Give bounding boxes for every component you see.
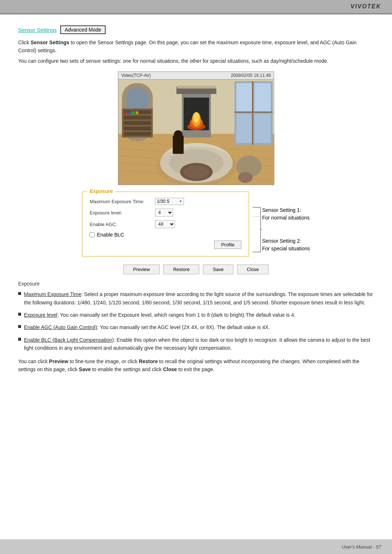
footer-text: User's Manual - 57 (342, 544, 381, 550)
title-row: Sensor Settings Advanced Mode (18, 25, 374, 34)
enable-blc-row[interactable]: Enable BLC (90, 232, 241, 238)
bullet-square-4 (18, 338, 21, 341)
action-buttons: Preview Restore Save Close (18, 264, 374, 274)
closing-paragraph: You can click Preview to fine-tune the i… (18, 357, 374, 374)
exposure-legend: Exposure (87, 188, 115, 194)
bullet-item-1: Maximum Exposure Time: Select a proper m… (18, 290, 374, 307)
svg-point-43 (174, 130, 183, 139)
sensor-label-1-line1: Sensor Setting 1: (262, 206, 310, 214)
exposure-level-select[interactable]: 4 1 2 3 5 6 7 8 (155, 209, 173, 217)
bracket-svg (251, 204, 262, 255)
bullet-square-2 (18, 313, 21, 316)
exposure-section-title: Exposure (18, 281, 374, 287)
svg-rect-21 (236, 83, 253, 112)
bullet-text-2: Exposure level: You can manually set the… (24, 311, 295, 319)
sensor-label-2-line1: Sensor Setting 2: (262, 237, 310, 245)
settings-section: Exposure Maximum Exposure Time: 1/30 S 1… (60, 192, 332, 257)
exposure-panel: Exposure Maximum Exposure Time: 1/30 S 1… (82, 192, 249, 257)
exposure-level-row: Exposure level: 4 1 2 3 5 6 7 8 (90, 209, 241, 217)
enable-agc-label: Enable AGC: (90, 222, 155, 227)
svg-rect-16 (125, 111, 128, 114)
exposure-level-label: Exposure level: (90, 210, 155, 216)
sensor-label-1-line2: For normal situations (262, 214, 310, 222)
svg-point-39 (156, 147, 236, 185)
svg-point-33 (193, 112, 199, 123)
camera-source-label: Video(TCP-AV) (121, 73, 151, 78)
svg-rect-18 (131, 111, 135, 114)
sensor-label-area (251, 193, 262, 255)
bullet-text-4: Enable BLC (Back Light Compensation): En… (24, 336, 374, 352)
svg-rect-24 (254, 114, 271, 143)
bullet-square-3 (18, 325, 21, 328)
feature-bullet-list: Maximum Exposure Time: Select a proper m… (18, 290, 374, 352)
svg-rect-23 (236, 114, 253, 143)
svg-rect-17 (128, 111, 131, 114)
sensor-labels: Sensor Setting 1: For normal situations … (262, 193, 310, 255)
camera-timestamp: 2009/02/05 16:11:49 (231, 73, 271, 78)
svg-rect-13 (124, 121, 151, 125)
max-exposure-select-wrapper[interactable]: 1/30 S 1/15 S 1/5 S 1/60 S 1/120 S 1/240… (155, 198, 184, 205)
sensor-label-2: Sensor Setting 2: For special situations (262, 237, 310, 253)
enable-agc-row: Enable AGC: 4X 2X 8X (90, 220, 241, 228)
bullet-term-1: Maximum Exposure Time (24, 291, 81, 297)
agc-select-wrapper[interactable]: 4X 2X 8X (155, 220, 175, 228)
enable-blc-checkbox[interactable] (90, 232, 95, 237)
bullet-term-3: Enable AGC (Auto Gain Control) (24, 324, 97, 330)
bullet-term-4: Enable BLC (Back Light Compensation) (24, 337, 114, 343)
main-content: Sensor Settings Advanced Mode Click Sens… (0, 15, 392, 390)
bullet-item-4: Enable BLC (Back Light Compensation): En… (18, 336, 374, 352)
bullet-item-2: Exposure level: You can manually set the… (18, 311, 374, 319)
intro-paragraph-1: Click Sensor Settings to open the Sensor… (18, 38, 374, 55)
exposure-level-select-wrapper[interactable]: 4 1 2 3 5 6 7 8 (155, 209, 173, 217)
enable-blc-label: Enable BLC (97, 232, 124, 238)
vivotek-logo: VIVOTEK (351, 3, 381, 10)
bullet-square-1 (18, 292, 21, 295)
camera-top-bar: Video(TCP-AV) 2009/02/05 16:11:49 (118, 72, 274, 79)
profile-btn-area: Profile (90, 241, 241, 249)
intro-paragraph-2: You can configure two sets of sensor set… (18, 57, 374, 65)
footer-bar: User's Manual - 57 (0, 539, 392, 554)
bullet-term-2: Exposure level (24, 312, 57, 318)
svg-rect-34 (177, 86, 216, 89)
preview-button[interactable]: Preview (123, 264, 160, 274)
svg-rect-22 (254, 83, 271, 112)
svg-rect-14 (124, 127, 151, 130)
bullet-text-3: Enable AGC (Auto Gain Control): You can … (24, 323, 270, 331)
max-exposure-select[interactable]: 1/30 S 1/15 S 1/5 S 1/60 S 1/120 S 1/240… (155, 198, 184, 205)
camera-container: Video(TCP-AV) 2009/02/05 16:11:49 (18, 71, 374, 185)
svg-point-41 (238, 172, 253, 183)
svg-rect-12 (124, 116, 151, 119)
svg-rect-15 (124, 132, 151, 136)
advanced-mode-button[interactable]: Advanced Mode (60, 25, 106, 34)
sensor-label-1: Sensor Setting 1: For normal situations (262, 206, 310, 222)
room-scene-svg (118, 79, 274, 185)
page: VIVOTEK Sensor Settings Advanced Mode Cl… (0, 0, 392, 554)
bullet-text-1: Maximum Exposure Time: Select a proper m… (24, 290, 374, 307)
max-exposure-label: Maximum Exposure Time: (90, 199, 155, 204)
profile-button[interactable]: Profile (214, 241, 241, 249)
sensor-settings-link[interactable]: Sensor Settings (18, 27, 57, 33)
restore-button[interactable]: Restore (163, 264, 200, 274)
header-bar: VIVOTEK (0, 0, 392, 14)
camera-frame: Video(TCP-AV) 2009/02/05 16:11:49 (118, 71, 274, 185)
agc-select[interactable]: 4X 2X 8X (155, 220, 175, 228)
camera-image (118, 79, 274, 185)
max-exposure-row: Maximum Exposure Time: 1/30 S 1/15 S 1/5… (90, 198, 241, 205)
svg-rect-19 (136, 111, 138, 114)
save-button[interactable]: Save (203, 264, 233, 274)
bullet-item-3: Enable AGC (Auto Gain Control): You can … (18, 323, 374, 331)
close-button[interactable]: Close (237, 264, 269, 274)
sensor-label-2-line2: For special situations (262, 245, 310, 253)
